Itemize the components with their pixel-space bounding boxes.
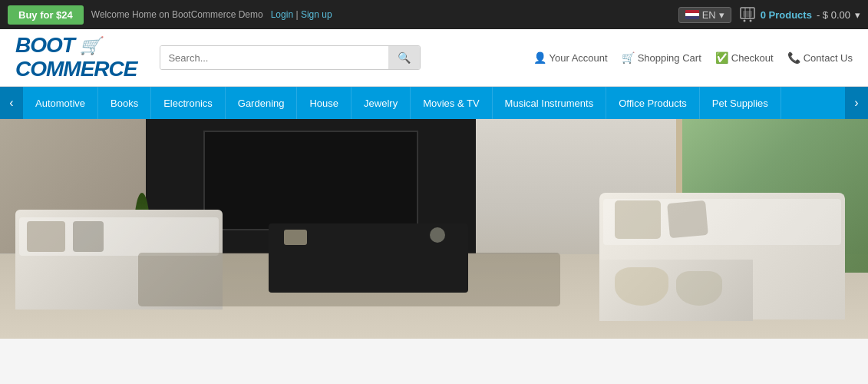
cart-dropdown-arrow: ▾ xyxy=(855,9,860,21)
signup-link[interactable]: Sign up xyxy=(301,9,332,20)
flag-icon xyxy=(685,10,699,19)
category-nav: ‹ Automotive Books Electronics Gardening… xyxy=(0,87,868,119)
category-pet-supplies[interactable]: Pet Supplies xyxy=(700,87,781,119)
header-nav: 👤 Your Account 🛒 Shopping Cart ✅ Checkou… xyxy=(533,51,853,64)
contact-icon: 📞 xyxy=(787,51,800,64)
category-automotive[interactable]: Automotive xyxy=(23,87,98,119)
hero-pillow-1 xyxy=(27,221,65,252)
cart-products-count: 0 Products xyxy=(761,9,812,21)
category-office-products[interactable]: Office Products xyxy=(606,87,700,119)
contact-us-link[interactable]: 📞 Contact Us xyxy=(787,51,853,64)
lang-dropdown-arrow: ▾ xyxy=(719,9,724,21)
hero-sofa-right xyxy=(599,193,845,319)
logo-cart-glyph: 🛒 xyxy=(80,37,101,55)
hero-cushion-front xyxy=(615,267,668,306)
shopping-cart-icon: 🛒 xyxy=(622,51,635,64)
contact-us-label: Contact Us xyxy=(804,52,853,64)
shopping-cart-label: Shopping Cart xyxy=(638,52,701,64)
your-account-label: Your Account xyxy=(550,52,608,64)
svg-rect-1 xyxy=(743,11,752,17)
category-musical-instruments[interactable]: Musical Instruments xyxy=(493,87,607,119)
hero-tv-screen xyxy=(203,131,418,230)
buy-button[interactable]: Buy for $24 xyxy=(8,5,84,25)
welcome-text: Welcome Home on BootCommerce Demo Login … xyxy=(91,9,671,20)
category-jewelry[interactable]: Jewelry xyxy=(351,87,411,119)
checkout-link[interactable]: ✅ Checkout xyxy=(715,51,774,64)
top-bar: Buy for $24 Welcome Home on BootCommerce… xyxy=(0,0,868,29)
logo[interactable]: BOOT 🛒 COMMERCE xyxy=(15,34,137,81)
header: BOOT 🛒 COMMERCE 🔍 👤 Your Account 🛒 Shopp… xyxy=(0,29,868,87)
search-input[interactable] xyxy=(160,46,388,69)
category-electronics[interactable]: Electronics xyxy=(151,87,226,119)
cat-nav-left-arrow[interactable]: ‹ xyxy=(0,87,23,119)
hero-pillow-4 xyxy=(667,200,708,238)
category-gardening[interactable]: Gardening xyxy=(226,87,298,119)
shopping-cart-link[interactable]: 🛒 Shopping Cart xyxy=(622,51,701,64)
hero-coffee-table xyxy=(269,223,468,293)
hero-table-decor-1 xyxy=(284,230,307,245)
hero-chaise xyxy=(599,260,753,321)
your-account-link[interactable]: 👤 Your Account xyxy=(533,51,608,64)
category-movies-tv[interactable]: Movies & TV xyxy=(411,87,492,119)
logo-text-commerce: COMMERCE xyxy=(15,58,137,81)
top-bar-right: EN ▾ 0 Products - $ 0.00 ▾ xyxy=(678,7,860,23)
account-icon: 👤 xyxy=(533,51,546,64)
language-selector[interactable]: EN ▾ xyxy=(678,7,731,23)
hero-cushion-front-2 xyxy=(676,271,722,306)
cart-icon xyxy=(739,7,756,22)
category-house[interactable]: House xyxy=(297,87,351,119)
cat-nav-items: Automotive Books Electronics Gardening H… xyxy=(23,87,845,119)
cart-area[interactable]: 0 Products - $ 0.00 ▾ xyxy=(739,7,860,22)
hero-pillow-3 xyxy=(615,200,661,239)
cat-nav-right-arrow[interactable]: › xyxy=(845,87,868,119)
hero-banner xyxy=(0,119,868,339)
search-button[interactable]: 🔍 xyxy=(388,46,420,69)
hero-table-decor-2 xyxy=(430,227,445,243)
svg-point-4 xyxy=(743,20,745,22)
search-bar: 🔍 xyxy=(160,45,421,70)
cart-price: - $ 0.00 xyxy=(817,9,850,21)
svg-point-5 xyxy=(749,20,751,22)
logo-text-boot: BOOT xyxy=(15,34,80,58)
category-books[interactable]: Books xyxy=(98,87,151,119)
lang-code: EN xyxy=(702,9,716,21)
checkout-icon: ✅ xyxy=(715,51,728,64)
hero-pillow-2 xyxy=(73,221,104,252)
login-link[interactable]: Login xyxy=(271,9,293,20)
cart-icon-wrap xyxy=(739,7,756,22)
checkout-label: Checkout xyxy=(731,52,774,64)
